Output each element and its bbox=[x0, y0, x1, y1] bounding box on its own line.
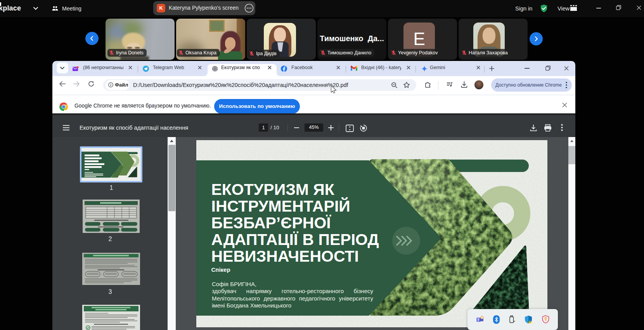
svg-text:T: T bbox=[478, 318, 480, 322]
